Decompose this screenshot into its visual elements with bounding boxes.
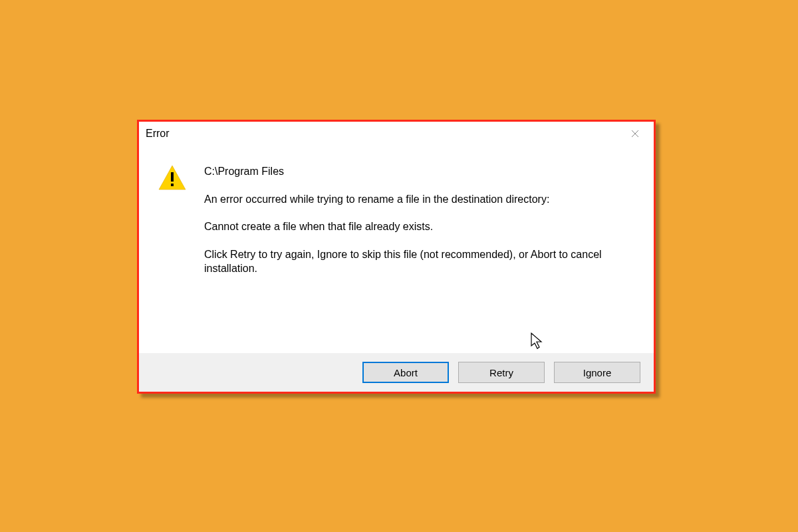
dialog-content: C:\Program Files An error occurred while… bbox=[139, 146, 654, 353]
ignore-button[interactable]: Ignore bbox=[554, 362, 640, 383]
error-path: C:\Program Files bbox=[204, 164, 603, 179]
button-bar: Abort Retry Ignore bbox=[139, 353, 654, 392]
error-message-2: Cannot create a file when that file alre… bbox=[204, 219, 603, 234]
error-message-3: Click Retry to try again, Ignore to skip… bbox=[204, 247, 603, 276]
titlebar[interactable]: Error bbox=[139, 122, 654, 146]
dialog-title: Error bbox=[146, 128, 170, 140]
message-column: C:\Program Files An error occurred while… bbox=[204, 164, 635, 346]
abort-button[interactable]: Abort bbox=[362, 362, 449, 383]
close-button[interactable] bbox=[622, 124, 648, 143]
error-message-1: An error occurred while trying to rename… bbox=[204, 192, 603, 207]
svg-rect-4 bbox=[171, 184, 174, 186]
icon-column bbox=[158, 164, 204, 346]
svg-rect-3 bbox=[171, 172, 174, 182]
close-icon bbox=[631, 130, 639, 138]
warning-icon bbox=[158, 164, 187, 191]
error-dialog: Error C:\Program Files An error occurred… bbox=[137, 120, 656, 394]
retry-button[interactable]: Retry bbox=[458, 362, 545, 383]
